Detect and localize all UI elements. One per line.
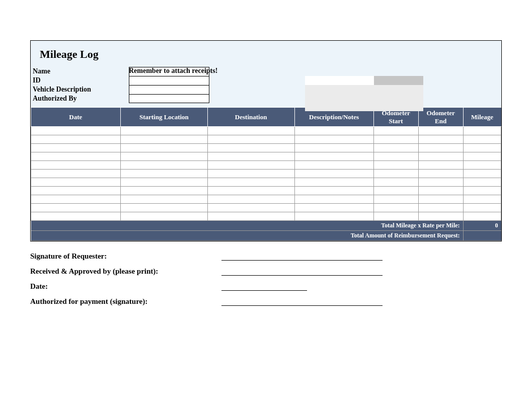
table-cell[interactable] bbox=[294, 204, 373, 212]
table-cell[interactable] bbox=[418, 152, 463, 161]
table-row bbox=[31, 187, 501, 195]
table-cell[interactable] bbox=[418, 212, 463, 221]
table-row bbox=[31, 135, 501, 144]
table-cell[interactable] bbox=[121, 127, 208, 135]
sig-line-payment[interactable] bbox=[221, 297, 383, 306]
table-cell[interactable] bbox=[373, 178, 418, 187]
table-cell[interactable] bbox=[373, 135, 418, 144]
table-cell[interactable] bbox=[418, 161, 463, 170]
sig-line-requester[interactable] bbox=[221, 252, 383, 261]
table-cell[interactable] bbox=[463, 144, 501, 152]
table-cell[interactable] bbox=[418, 135, 463, 144]
table-cell[interactable] bbox=[121, 152, 208, 161]
table-cell[interactable] bbox=[373, 161, 418, 170]
table-cell[interactable] bbox=[294, 170, 373, 178]
table-cell[interactable] bbox=[207, 152, 294, 161]
table-cell[interactable] bbox=[373, 170, 418, 178]
footer-row-rate: Total Mileage x Rate per Mile: 0 bbox=[31, 221, 501, 231]
table-cell[interactable] bbox=[373, 212, 418, 221]
table-cell[interactable] bbox=[463, 195, 501, 204]
table-cell[interactable] bbox=[121, 212, 208, 221]
table-cell[interactable] bbox=[373, 204, 418, 212]
table-cell[interactable] bbox=[207, 161, 294, 170]
table-cell[interactable] bbox=[418, 195, 463, 204]
table-cell[interactable] bbox=[207, 212, 294, 221]
table-cell[interactable] bbox=[373, 144, 418, 152]
table-cell[interactable] bbox=[31, 135, 121, 144]
table-cell[interactable] bbox=[463, 127, 501, 135]
table-cell[interactable] bbox=[207, 178, 294, 187]
table-cell[interactable] bbox=[207, 187, 294, 195]
table-cell[interactable] bbox=[418, 170, 463, 178]
input-authorized[interactable] bbox=[129, 94, 209, 103]
table-cell[interactable] bbox=[294, 178, 373, 187]
table-cell[interactable] bbox=[207, 204, 294, 212]
table-cell[interactable] bbox=[373, 152, 418, 161]
table-row bbox=[31, 161, 501, 170]
reimbursement-value bbox=[463, 231, 501, 241]
table-cell[interactable] bbox=[463, 170, 501, 178]
table-cell[interactable] bbox=[121, 204, 208, 212]
table-cell[interactable] bbox=[207, 127, 294, 135]
input-vehicle[interactable] bbox=[129, 85, 209, 94]
table-cell[interactable] bbox=[31, 204, 121, 212]
table-cell[interactable] bbox=[121, 135, 208, 144]
table-cell[interactable] bbox=[418, 144, 463, 152]
table-cell[interactable] bbox=[31, 178, 121, 187]
col-date: Date bbox=[31, 108, 121, 127]
table-cell[interactable] bbox=[373, 187, 418, 195]
page-title: Mileage Log bbox=[31, 46, 501, 67]
table-cell[interactable] bbox=[294, 152, 373, 161]
table-cell[interactable] bbox=[121, 170, 208, 178]
table-cell[interactable] bbox=[418, 178, 463, 187]
table-cell[interactable] bbox=[31, 195, 121, 204]
side-box-white bbox=[305, 76, 374, 85]
table-cell[interactable] bbox=[31, 170, 121, 178]
signature-section: Signature of Requester: Received & Appro… bbox=[30, 241, 502, 306]
table-cell[interactable] bbox=[207, 135, 294, 144]
table-cell[interactable] bbox=[31, 127, 121, 135]
sig-line-date[interactable] bbox=[221, 282, 307, 291]
table-cell[interactable] bbox=[294, 144, 373, 152]
table-cell[interactable] bbox=[31, 144, 121, 152]
table-cell[interactable] bbox=[207, 170, 294, 178]
table-cell[interactable] bbox=[463, 212, 501, 221]
sig-line-approved[interactable] bbox=[221, 267, 383, 276]
table-cell[interactable] bbox=[463, 178, 501, 187]
table-cell[interactable] bbox=[121, 144, 208, 152]
table-cell[interactable] bbox=[207, 195, 294, 204]
input-id[interactable] bbox=[129, 76, 209, 85]
table-cell[interactable] bbox=[207, 144, 294, 152]
table-cell[interactable] bbox=[418, 187, 463, 195]
table-cell[interactable] bbox=[31, 152, 121, 161]
table-cell[interactable] bbox=[31, 187, 121, 195]
table-cell[interactable] bbox=[121, 195, 208, 204]
table-cell[interactable] bbox=[294, 135, 373, 144]
table-cell[interactable] bbox=[373, 127, 418, 135]
table-cell[interactable] bbox=[121, 161, 208, 170]
table-cell[interactable] bbox=[31, 161, 121, 170]
table-cell[interactable] bbox=[121, 178, 208, 187]
table-cell[interactable] bbox=[294, 212, 373, 221]
table-cell[interactable] bbox=[418, 127, 463, 135]
table-cell[interactable] bbox=[294, 161, 373, 170]
table-header-row: Date Starting Location Destination Descr… bbox=[31, 108, 501, 127]
footer-row-reimbursement: Total Amount of Reimbursement Request: bbox=[31, 231, 501, 241]
table-cell[interactable] bbox=[463, 204, 501, 212]
sig-label-date: Date: bbox=[30, 282, 221, 291]
table-cell[interactable] bbox=[294, 187, 373, 195]
table-cell[interactable] bbox=[121, 187, 208, 195]
table-cell[interactable] bbox=[418, 204, 463, 212]
table-cell[interactable] bbox=[463, 187, 501, 195]
table-cell[interactable] bbox=[294, 127, 373, 135]
table-cell[interactable] bbox=[463, 161, 501, 170]
table-cell[interactable] bbox=[463, 135, 501, 144]
table-cell[interactable] bbox=[294, 195, 373, 204]
label-vehicle: Vehicle Description bbox=[31, 85, 129, 94]
table-cell[interactable] bbox=[373, 195, 418, 204]
header-section: Mileage Log Remember to attach receipts!… bbox=[31, 41, 501, 107]
col-start-location: Starting Location bbox=[121, 108, 208, 127]
side-box-grey bbox=[374, 76, 423, 85]
table-cell[interactable] bbox=[463, 152, 501, 161]
table-cell[interactable] bbox=[31, 212, 121, 221]
